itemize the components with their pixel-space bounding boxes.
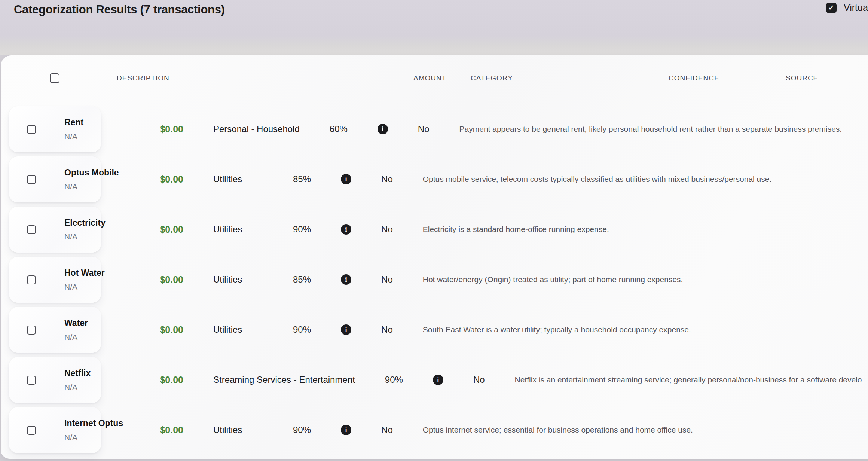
info-icon[interactable]: i: [341, 425, 351, 435]
virtual-checkbox-checked-icon[interactable]: ✓: [826, 3, 837, 13]
transaction-name: Hot Water: [64, 268, 105, 278]
description-card: Water N/A: [9, 307, 101, 353]
category-value: Streaming Services - Entertainment: [213, 375, 355, 385]
description-text: Water N/A: [64, 318, 88, 342]
confidence-value: 90%: [385, 375, 403, 385]
amount-value: $0.00: [131, 224, 183, 235]
description-card: Rent N/A: [9, 106, 101, 152]
top-band: Categorization Results (7 transactions) …: [0, 0, 868, 55]
confidence-value: 85%: [293, 274, 311, 285]
description-card: Internet Optus N/A: [9, 407, 101, 453]
business-flag-value: No: [381, 174, 393, 184]
transaction-name: Electricity: [64, 218, 106, 228]
amount-value: $0.00: [131, 375, 183, 385]
transaction-name: Optus Mobile: [64, 168, 119, 178]
category-value: Utilities: [213, 274, 263, 285]
column-header-amount: AMOUNT: [413, 74, 446, 82]
category-value: Utilities: [213, 174, 263, 184]
source-reasoning-text: Electricity is a standard home-office ru…: [423, 225, 868, 234]
transaction-name: Rent: [64, 117, 83, 128]
category-value: Utilities: [213, 324, 263, 335]
table-row: Internet Optus N/A $0.00 Utilities 90% i…: [1, 405, 868, 455]
select-all-checkbox[interactable]: [50, 73, 59, 83]
table-row: Rent N/A $0.00 Personal - Household 60% …: [1, 104, 868, 154]
business-flag-value: No: [381, 425, 393, 435]
description-text: Electricity N/A: [64, 218, 106, 241]
description-card: Optus Mobile N/A: [9, 156, 101, 202]
row-checkbox[interactable]: [27, 175, 36, 184]
transaction-meta: N/A: [64, 383, 91, 392]
business-flag-value: No: [381, 324, 393, 335]
transaction-meta: N/A: [64, 283, 105, 291]
transaction-name: Netflix: [64, 368, 91, 378]
table-row: Hot Water N/A $0.00 Utilities 85% i No H…: [1, 254, 868, 305]
info-icon[interactable]: i: [433, 375, 443, 385]
results-card: DESCRIPTION AMOUNT CATEGORY CONFIDENCE S…: [1, 55, 868, 459]
row-checkbox[interactable]: [27, 426, 36, 435]
amount-value: $0.00: [131, 324, 183, 335]
business-flag-value: No: [418, 124, 430, 134]
business-flag-value: No: [381, 224, 393, 235]
table-row: Electricity N/A $0.00 Utilities 90% i No…: [1, 204, 868, 254]
column-header-description: DESCRIPTION: [117, 74, 169, 82]
source-reasoning-text: South East Water is a water utility; typ…: [423, 325, 868, 334]
business-flag-value: No: [473, 375, 485, 385]
transaction-meta: N/A: [64, 232, 106, 241]
amount-value: $0.00: [131, 174, 183, 185]
transaction-meta: N/A: [64, 433, 123, 442]
column-header-source: SOURCE: [786, 74, 818, 82]
source-reasoning-text: Payment appears to be general rent; like…: [459, 125, 868, 134]
table-row: Optus Mobile N/A $0.00 Utilities 85% i N…: [1, 154, 868, 204]
category-value: Personal - Household: [213, 124, 300, 134]
confidence-value: 90%: [293, 324, 311, 335]
transaction-name: Water: [64, 318, 88, 328]
table-row: Water N/A $0.00 Utilities 90% i No South…: [1, 305, 868, 355]
description-text: Internet Optus N/A: [64, 418, 123, 442]
info-icon[interactable]: i: [341, 174, 351, 184]
column-header-category: CATEGORY: [471, 74, 513, 82]
description-text: Rent N/A: [64, 117, 83, 141]
amount-value: $0.00: [131, 425, 183, 436]
row-checkbox[interactable]: [27, 275, 36, 284]
row-checkbox[interactable]: [27, 376, 36, 385]
info-icon[interactable]: i: [341, 324, 351, 335]
source-reasoning-text: Hot water/energy (Origin) treated as uti…: [423, 275, 868, 284]
description-text: Netflix N/A: [64, 368, 91, 392]
transaction-meta: N/A: [64, 182, 119, 191]
transaction-meta: N/A: [64, 333, 88, 342]
info-icon[interactable]: i: [341, 274, 351, 285]
virtual-toggle-label: Virtua: [844, 2, 868, 13]
confidence-value: 85%: [293, 174, 311, 184]
category-value: Utilities: [213, 224, 263, 235]
row-checkbox[interactable]: [27, 225, 36, 234]
source-reasoning-text: Optus mobile service; telecom costs typi…: [423, 175, 868, 184]
info-icon[interactable]: i: [378, 124, 388, 134]
table-header: DESCRIPTION AMOUNT CATEGORY CONFIDENCE S…: [1, 55, 868, 102]
confidence-value: 60%: [330, 124, 348, 134]
business-flag-value: No: [381, 274, 393, 285]
page-title: Categorization Results (7 transactions): [14, 3, 225, 16]
row-checkbox[interactable]: [27, 326, 36, 335]
description-card: Hot Water N/A: [9, 257, 101, 303]
amount-value: $0.00: [131, 124, 183, 135]
description-text: Hot Water N/A: [64, 268, 105, 291]
confidence-value: 90%: [293, 224, 311, 235]
column-header-confidence: CONFIDENCE: [669, 74, 719, 82]
transaction-meta: N/A: [64, 132, 83, 141]
table-body: Rent N/A $0.00 Personal - Household 60% …: [1, 104, 868, 455]
description-card: Netflix N/A: [9, 357, 101, 403]
source-reasoning-text: Optus internet service; essential for bu…: [423, 425, 868, 434]
description-card: Electricity N/A: [9, 207, 101, 253]
description-text: Optus Mobile N/A: [64, 168, 119, 191]
table-row: Netflix N/A $0.00 Streaming Services - E…: [1, 355, 868, 405]
transaction-name: Internet Optus: [64, 418, 123, 428]
row-checkbox[interactable]: [27, 125, 36, 134]
amount-value: $0.00: [131, 274, 183, 285]
info-icon[interactable]: i: [341, 224, 351, 235]
source-reasoning-text: Netflix is an entertainment streaming se…: [515, 375, 868, 384]
virtual-toggle[interactable]: ✓ Virtua: [826, 2, 868, 13]
category-value: Utilities: [213, 425, 263, 435]
confidence-value: 90%: [293, 425, 311, 435]
